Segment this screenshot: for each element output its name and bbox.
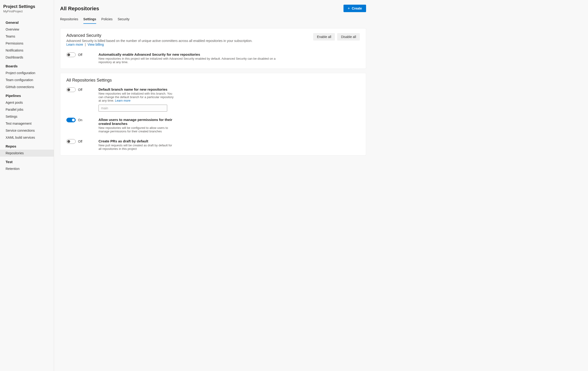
enable-all-button[interactable]: Enable all [313,33,335,41]
sidebar: Project Settings MyFirstProject GeneralO… [0,0,54,371]
advanced-security-card: Advanced Security Advanced Security is b… [60,28,366,69]
tabs: RepositoriesSettingsPoliciesSecurity [60,16,366,24]
nav-group-title: Test [0,157,54,165]
nav-group-title: Boards [0,61,54,69]
sidebar-item-service-connections[interactable]: Service connections [0,127,54,134]
learn-more-link[interactable]: Learn more [115,99,130,102]
setting-title: Automatically enable Advanced Security f… [98,53,289,56]
sidebar-item-teams[interactable]: Teams [0,33,54,40]
setting-row: OffCreate PRs as draft by defaultNew pul… [66,139,360,151]
learn-more-link[interactable]: Learn more [66,43,83,46]
advanced-security-desc: Advanced Security is billed based on the… [66,39,252,46]
sidebar-item-project-configuration[interactable]: Project configuration [0,69,54,76]
create-button[interactable]: + Create [344,5,366,12]
setting-desc: New repositories will be initialized wit… [98,92,175,102]
toggle-create-prs-as-draft-by-default[interactable] [66,139,76,144]
repo-settings-card: All Repositories Settings OffDefault bra… [60,73,366,155]
tab-security[interactable]: Security [118,16,129,24]
sidebar-item-test-management[interactable]: Test management [0,120,54,127]
setting-auto-enable-advanced-security: Off Automatically enable Advanced Securi… [66,53,360,64]
sidebar-project-name: MyFirstProject [3,10,51,13]
disable-all-button[interactable]: Disable all [337,33,360,41]
tab-repositories[interactable]: Repositories [60,16,78,24]
sidebar-header: Project Settings MyFirstProject [0,4,54,17]
sidebar-item-settings[interactable]: Settings [0,113,54,120]
nav-group-title: Pipelines [0,90,54,99]
sidebar-item-permissions[interactable]: Permissions [0,40,54,47]
setting-title: Allow users to manage permissions for th… [98,118,175,126]
setting-title: Default branch name for new repositories [98,87,175,91]
tab-settings[interactable]: Settings [83,16,96,24]
sidebar-title: Project Settings [3,4,51,9]
page-title: All Repositories [60,6,99,12]
advanced-security-title: Advanced Security [66,33,252,38]
toggle-state-label: Off [78,140,82,143]
setting-desc: New repositories in this project will be… [98,57,289,64]
sidebar-item-xaml-build-services[interactable]: XAML build services [0,134,54,141]
sidebar-item-team-configuration[interactable]: Team configuration [0,76,54,83]
tab-policies[interactable]: Policies [101,16,113,24]
toggle-default-branch-name-for-new-repositories[interactable] [66,87,76,92]
setting-title: Create PRs as draft by default [98,139,175,143]
sidebar-item-parallel-jobs[interactable]: Parallel jobs [0,106,54,113]
advanced-security-head: Advanced Security Advanced Security is b… [66,33,360,46]
sidebar-item-agent-pools[interactable]: Agent pools [0,99,54,106]
toggle-auto-enable-advanced-security[interactable] [66,53,76,57]
repo-settings-list: OffDefault branch name for new repositor… [66,87,360,151]
create-button-label: Create [352,7,362,10]
toggle-state-label: On [78,118,83,122]
advanced-security-actions: Enable all Disable all [313,33,360,41]
sidebar-nav: GeneralOverviewTeamsPermissionsNotificat… [0,17,54,172]
toggle-state-label: Off [78,53,82,57]
view-billing-link[interactable]: View billing [88,43,104,46]
plus-icon: + [348,7,350,10]
main-content: All Repositories + Create RepositoriesSe… [54,0,375,371]
toggle-allow-users-to-manage-permissions-for-th[interactable] [66,118,76,122]
sidebar-item-repositories[interactable]: Repositories [0,150,54,157]
nav-group-title: Repos [0,141,54,150]
setting-desc: New pull requests will be created as dra… [98,143,175,151]
setting-desc: New repositories will be configured to a… [98,126,175,133]
sidebar-item-notifications[interactable]: Notifications [0,47,54,54]
setting-row: OffDefault branch name for new repositor… [66,87,360,112]
sidebar-item-dashboards[interactable]: Dashboards [0,54,54,61]
setting-row: OnAllow users to manage permissions for … [66,118,360,133]
default-branch-input[interactable] [98,105,167,112]
sidebar-item-retention[interactable]: Retention [0,165,54,172]
repo-settings-title: All Repositories Settings [66,78,360,83]
sidebar-item-overview[interactable]: Overview [0,26,54,33]
page-header: All Repositories + Create [60,5,366,12]
nav-group-title: General [0,17,54,26]
toggle-state-label: Off [78,88,82,92]
sidebar-item-github-connections[interactable]: GitHub connections [0,83,54,90]
